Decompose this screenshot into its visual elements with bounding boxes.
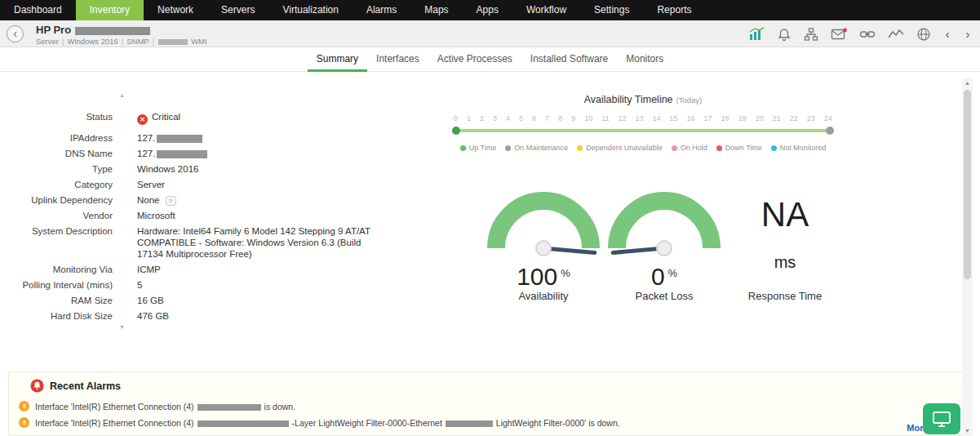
help-icon[interactable]: ? (166, 196, 176, 206)
recent-alarms-header: Recent Alarms (30, 379, 955, 393)
nav-apps[interactable]: Apps (463, 0, 512, 20)
timeline-hour-label: 21 (773, 114, 781, 122)
nav-reports[interactable]: Reports (643, 0, 705, 20)
detail-label: RAM Size (0, 295, 113, 306)
detail-row-type: Type Windows 2016 (0, 163, 384, 175)
status-badge: Critical (152, 112, 180, 122)
web-globe-icon[interactable] (916, 27, 931, 42)
availability-timeline-panel: Availability Timeline(Today) 01234567891… (442, 94, 844, 152)
link-icon[interactable] (859, 28, 876, 41)
redacted-text (158, 39, 188, 45)
detail-row-vendor: Vendor Microsoft (0, 210, 384, 221)
vertical-scrollbar[interactable]: ▲ ▼ (962, 78, 973, 436)
device-os-text: Windows 2016 (67, 37, 118, 46)
timeline-legend: Up Time On Maintenance Dependent Unavail… (442, 144, 844, 152)
timeline-hour-label: 5 (519, 114, 523, 122)
gauge-dial (486, 186, 601, 258)
detail-value: Windows 2016 (137, 163, 198, 175)
legend-item-not-monitored: Not Monitored (771, 144, 827, 152)
redacted-text (157, 150, 207, 158)
tab-monitors[interactable]: Monitors (617, 48, 672, 72)
timeline-hour-label: 7 (545, 114, 549, 122)
device-header: ‹ HP Pro Server|Windows 2016|SNMP|WMI (0, 20, 980, 47)
redacted-text (197, 420, 289, 427)
snapshot-tabs: Summary Interfaces Active Processes Inst… (0, 48, 980, 72)
device-title-text: HP Pro (36, 24, 71, 36)
nav-dashboard[interactable]: Dashboard (0, 0, 76, 20)
detail-row-ipaddress: IPAddress 127. (0, 132, 384, 144)
nav-virtualization[interactable]: Virtualization (268, 0, 352, 20)
tab-active-processes[interactable]: Active Processes (428, 48, 521, 72)
tab-installed-software[interactable]: Installed Software (521, 48, 617, 72)
detail-value: Microsoft (137, 210, 175, 221)
nav-alarms[interactable]: Alarms (353, 0, 410, 20)
back-button[interactable]: ‹ (7, 25, 24, 42)
alarm-row[interactable]: !! Interface 'Intel(R) Ethernet Connecti… (19, 401, 955, 412)
legend-item-up-time: Up Time (460, 144, 497, 152)
alarm-row[interactable]: !! Interface 'Intel(R) Ethernet Connecti… (19, 417, 955, 428)
timeline-hour-label: 8 (558, 114, 562, 122)
separator: | (122, 37, 123, 46)
gauge-pivot (657, 241, 672, 256)
collapse-panel-icon[interactable]: ▲ (119, 92, 125, 98)
device-snapshot-page: Dashboard Inventory Network Servers Virt… (0, 0, 980, 436)
nav-servers[interactable]: Servers (207, 0, 268, 20)
timeline-hour-label: 16 (687, 114, 695, 122)
gauge-title: Availability (483, 290, 604, 302)
nav-settings[interactable]: Settings (580, 0, 643, 20)
response-time-panel: NA ms Response Time (725, 186, 845, 302)
device-subtitle: Server|Windows 2016|SNMP|WMI (36, 37, 207, 46)
sparkline-icon[interactable] (888, 28, 904, 41)
redacted-text (197, 404, 261, 411)
detail-label: IPAddress (0, 132, 113, 144)
alarm-bell-icon[interactable] (777, 27, 792, 42)
next-device-button[interactable]: › (964, 27, 972, 42)
packet-loss-gauge: 0% Packet Loss (604, 186, 725, 302)
nav-maps[interactable]: Maps (410, 0, 462, 20)
detail-value: Hardware: Intel64 Family 6 Model 142 Ste… (137, 225, 379, 260)
notification-dot (843, 29, 847, 33)
timeline-end-dot (826, 127, 834, 135)
timeline-hour-label: 11 (601, 114, 609, 122)
attention-severity-icon: !! (19, 417, 29, 428)
timeline-hour-label: 9 (571, 114, 575, 122)
attention-severity-icon: !! (19, 401, 29, 412)
expand-panel-icon[interactable]: ▼ (119, 324, 125, 330)
recent-alarms-icon (30, 379, 44, 393)
detail-label: Hard Disk Size (0, 310, 113, 322)
nav-workflow[interactable]: Workflow (512, 0, 580, 20)
nav-inventory[interactable]: Inventory (76, 0, 144, 20)
remote-screen-icon (931, 410, 952, 428)
critical-status-icon: ✕ (137, 114, 148, 125)
scroll-up-arrow[interactable]: ▲ (962, 78, 973, 88)
detail-row-ram-size: RAM Size 16 GB (0, 295, 384, 306)
topology-icon[interactable] (804, 27, 818, 42)
tab-summary[interactable]: Summary (308, 48, 367, 72)
nav-network[interactable]: Network (144, 0, 207, 20)
performance-chart-icon[interactable] (748, 27, 765, 42)
detail-label: Type (0, 163, 113, 175)
tab-interfaces[interactable]: Interfaces (367, 48, 428, 72)
timeline-hour-label: 1 (467, 114, 471, 122)
timeline-hour-label: 13 (636, 114, 644, 122)
detail-label: Category (0, 179, 113, 190)
gauge-pivot (536, 241, 551, 256)
chat-widget-button[interactable] (923, 403, 960, 434)
separator: | (62, 37, 64, 46)
device-details-panel: Status ✕Critical IPAddress 127. DNS Name… (0, 111, 384, 326)
device-category-text: Server (36, 37, 59, 46)
gauge-title: Packet Loss (604, 290, 725, 302)
detail-value: 127. (137, 148, 207, 159)
email-icon[interactable] (831, 28, 847, 41)
top-navigation: Dashboard Inventory Network Servers Virt… (0, 0, 980, 20)
detail-row-status: Status ✕Critical (0, 111, 384, 125)
timeline-hour-label: 17 (704, 114, 712, 122)
unit-label: % (561, 267, 570, 279)
scrollbar-thumb[interactable] (964, 90, 971, 279)
availability-timeline-track[interactable] (454, 129, 832, 132)
legend-dot (672, 145, 677, 151)
previous-device-button[interactable]: ‹ (943, 27, 951, 42)
timeline-hour-label: 10 (584, 114, 592, 122)
legend-item-on-hold: On Hold (672, 144, 707, 152)
scroll-down-arrow[interactable]: ▼ (962, 426, 973, 436)
